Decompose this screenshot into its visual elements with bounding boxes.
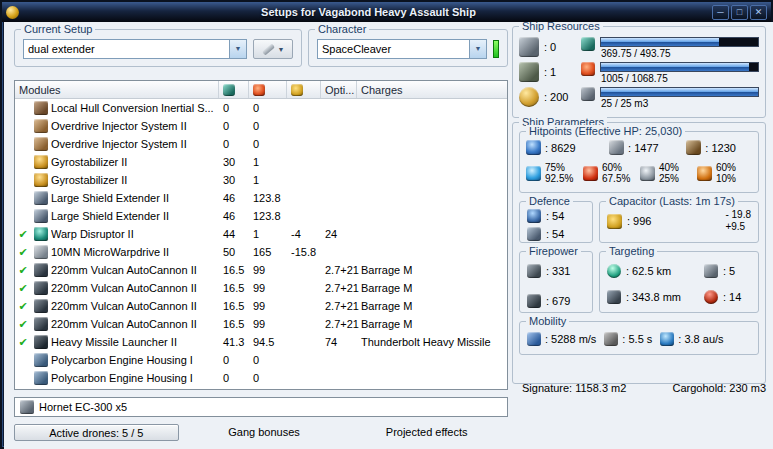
hitpoints-group: Hitpoints (Effective HP: 25,030) : 8629 … [519,131,759,193]
module-name: Polycarbon Engine Housing I [51,372,219,384]
module-cpu-value: 44 [219,228,249,240]
module-row[interactable]: ✔220mm Vulcan AutoCannon II16.5992.7+21B… [15,315,507,333]
drone-icon [20,400,34,414]
max-velocity-icon [527,332,541,346]
module-row[interactable]: Large Shield Extender II46123.8 [15,189,507,207]
module-name: Heavy Missile Launcher II [51,336,219,348]
skills-ok-indicator [493,40,499,58]
maximize-button[interactable]: □ [731,5,748,20]
shield-resist-value: 75% [545,162,573,173]
module-name: Overdrive Injector System II [51,138,219,150]
max-velocity-value: : 5288 m/s [545,333,596,345]
resist-item: 75%92.5% [526,162,583,184]
capacitor-group: Capacitor (Lasts: 1m 17s) : 996 - 19.8 +… [599,201,759,243]
targeting-range-value: : 62.5 km [626,265,671,277]
gyrostabilizer-icon [34,155,48,169]
projected-effects-button[interactable]: Projected effects [345,424,508,441]
module-row[interactable]: ✔220mm Vulcan AutoCannon II16.5992.7+21B… [15,279,507,297]
module-name: 10MN MicroWarpdrive II [51,246,219,258]
mobility-label: Mobility [526,315,569,327]
hitpoints-label: Hitpoints (Effective HP: 25,030) [526,125,685,137]
setup-select[interactable]: dual extender ▼ [23,39,247,59]
module-powergrid-value: 99 [249,264,287,276]
minimize-button[interactable]: ─ [712,5,729,20]
shield-recharge-icon [527,209,541,223]
window-title: Setups for Vagabond Heavy Assault Ship [25,6,712,18]
module-row[interactable]: Overdrive Injector System II00 [15,117,507,135]
signature-value: Signature: 1158.3 m2 [522,382,626,394]
warp-speed-value: : 3.8 au/s [678,333,723,345]
active-drones-button[interactable]: Active drones: 5 / 5 [14,424,179,441]
module-row[interactable]: Polycarbon Engine Housing I00 [15,369,507,387]
charges-column-header[interactable]: Charges [357,81,507,98]
current-setup-group: Current Setup dual extender ▼ ▼ [14,29,302,67]
powergrid-icon [253,84,265,96]
module-row[interactable]: Gyrostabilizer II301 [15,153,507,171]
ship-parameters-group: Ship Parameters Hitpoints (Effective HP:… [512,122,766,384]
ship-resources-group: Ship Resources : 0 : 1 : 200 369.75 / 49… [512,26,766,118]
module-cpu-value: 0 [219,102,249,114]
capacitor-recharge-value: +9.5 [725,221,751,233]
mobility-group: Mobility : 5288 m/s : 5.5 s : 3.8 au/s [519,321,759,355]
capacitor-icon [607,214,622,229]
setup-tools-button[interactable]: ▼ [253,39,293,59]
character-label: Character [315,23,369,35]
cargohold-value: Cargohold: 230 m3 [672,382,766,394]
cpu-column-header[interactable] [219,81,249,98]
align-time-value: : 5.5 s [622,333,652,345]
module-row[interactable]: ✔10MN MicroWarpdrive II50165-15.8 [15,243,507,261]
title-bar[interactable]: Setups for Vagabond Heavy Assault Ship ─… [2,2,771,22]
chevron-down-icon[interactable]: ▼ [229,40,246,58]
module-row[interactable]: Local Hull Conversion Inertial S...00 [15,99,507,117]
volley-value: : 679 [546,295,570,307]
powergrid-column-header[interactable] [249,81,287,98]
module-powergrid-value: 0 [249,102,287,114]
cpu-icon [223,84,235,96]
autocannon-icon [34,299,48,313]
module-row[interactable]: Polycarbon Engine Housing I00 [15,351,507,369]
modules-column-header[interactable]: Modules [15,81,219,98]
armor-resist-value: 92.5% [545,173,573,184]
structure-hp-value: : 1230 [705,142,736,154]
capacitor-drain-value: - 19.8 [725,209,751,221]
targeting-label: Targeting [606,245,657,257]
module-powergrid-value: 99 [249,282,287,294]
module-cpu-value: 46 [219,192,249,204]
close-button[interactable]: ✕ [750,5,767,20]
module-row[interactable]: ✔220mm Vulcan AutoCannon II16.5992.7+21B… [15,297,507,315]
gang-bonuses-button[interactable]: Gang bonuses [183,424,346,441]
module-row[interactable]: Gyrostabilizer II301 [15,171,507,189]
module-powergrid-value: 1 [249,228,287,240]
targeting-group: Targeting : 62.5 km : 5 : 343.8 mm : 14 [599,251,759,313]
module-row[interactable]: Large Shield Extender II46123.8 [15,207,507,225]
capacitor-column-header[interactable] [287,81,321,98]
module-row[interactable]: Overdrive Injector System II00 [15,135,507,153]
missile-launcher-icon [34,335,48,349]
launcher-hardpoints-value: : 1 [544,66,556,78]
autocannon-icon [34,281,48,295]
shield-extender-icon [34,191,48,205]
module-cpu-value: 16.5 [219,264,249,276]
drone-row[interactable]: Hornet EC-300 x5 [14,397,508,417]
armor-resist-value: 25% [659,173,679,184]
max-targets-icon [704,264,718,278]
module-charge-name: Barrage M [357,318,507,330]
module-powergrid-value: 0 [249,120,287,132]
module-powergrid-value: 94.5 [249,336,287,348]
module-name: Overdrive Injector System II [51,120,219,132]
module-powergrid-value: 1 [249,156,287,168]
chevron-down-icon[interactable]: ▼ [469,40,486,58]
character-select[interactable]: SpaceCleaver ▼ [317,39,487,59]
modules-list: Local Hull Conversion Inertial S...00Ove… [15,99,507,387]
module-cpu-value: 0 [219,138,249,150]
module-cpu-value: 0 [219,372,249,384]
module-charge-name: Thunderbolt Heavy Missile [357,336,507,348]
module-row[interactable]: ✔Heavy Missile Launcher II41.394.574Thun… [15,333,507,351]
active-check-icon: ✔ [15,228,31,241]
optimal-column-header[interactable]: Opti... [321,81,357,98]
module-row[interactable]: ✔220mm Vulcan AutoCannon II16.5992.7+21B… [15,261,507,279]
module-charge-name: Barrage M [357,300,507,312]
module-row[interactable]: ✔Warp Disruptor II441-424 [15,225,507,243]
module-cpu-value: 16.5 [219,318,249,330]
em-resist-icon [526,166,541,181]
